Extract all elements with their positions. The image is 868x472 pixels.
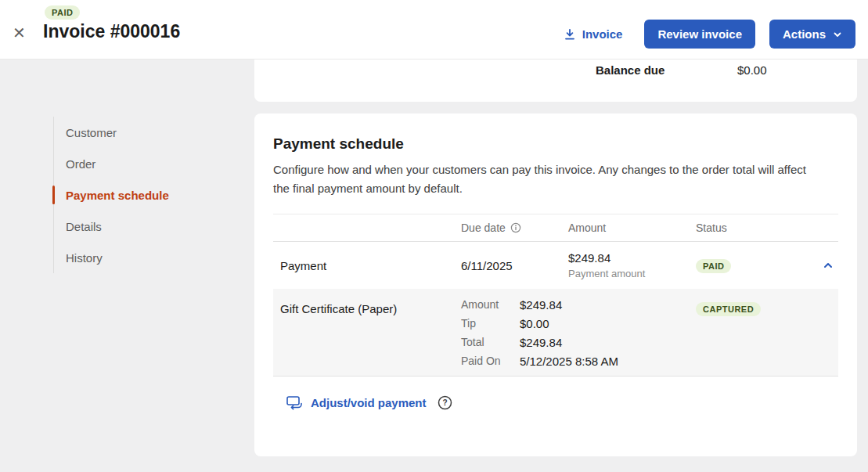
sidebar-item-payment-schedule[interactable]: Payment schedule <box>54 179 241 211</box>
actions-label: Actions <box>783 27 826 41</box>
capture-status-badge: CAPTURED <box>696 302 761 316</box>
payment-amount: $249.84 <box>568 251 696 265</box>
balance-due-label: Balance due <box>596 63 665 77</box>
payment-row[interactable]: Payment 6/11/2025 $249.84 Payment amount… <box>273 242 838 289</box>
detail-row: Tip $0.00 <box>461 314 696 333</box>
payment-status-badge: PAID <box>696 259 731 273</box>
invoice-summary-card: Balance due $0.00 <box>254 59 857 102</box>
payment-schedule-card: Payment schedule Configure how and when … <box>254 113 857 456</box>
adjust-payment-icon <box>286 395 304 410</box>
section-description: Configure how and when your customers ca… <box>273 160 823 198</box>
status-header: Status <box>696 222 815 234</box>
detail-label: Paid On <box>461 355 520 367</box>
detail-row: Total $249.84 <box>461 333 696 351</box>
detail-value: 5/12/2025 8:58 AM <box>520 355 618 368</box>
detail-label: Total <box>461 336 520 348</box>
actions-button[interactable]: Actions <box>769 20 855 49</box>
detail-value: $0.00 <box>520 317 549 330</box>
detail-label: Tip <box>461 317 520 330</box>
detail-row: Paid On 5/12/2025 8:58 AM <box>461 351 696 370</box>
payment-detail-grid: Amount $249.84 Tip $0.00 Total $249.84 P… <box>461 295 696 370</box>
detail-row: Amount $249.84 <box>461 295 696 314</box>
collapse-row-button[interactable] <box>821 258 835 272</box>
detail-value: $249.84 <box>520 298 562 312</box>
help-icon[interactable]: ? <box>438 395 452 410</box>
adjust-void-payment-label: Adjust/void payment <box>311 396 427 409</box>
payment-row-label: Payment <box>273 259 461 272</box>
sidebar-item-order[interactable]: Order <box>54 148 241 179</box>
section-nav: Customer Order Payment schedule Details … <box>53 117 241 273</box>
review-invoice-label: Review invoice <box>657 27 742 41</box>
due-date-header: Due date <box>461 222 506 234</box>
payment-method-label: Gift Certificate (Paper) <box>273 295 461 315</box>
amount-header: Amount <box>568 222 696 234</box>
invoice-status-badge: PAID <box>45 5 80 20</box>
sidebar-item-label: History <box>66 251 103 265</box>
sidebar-item-label: Details <box>66 220 102 233</box>
payment-amount-sub: Payment amount <box>568 268 696 279</box>
detail-label: Amount <box>461 298 520 311</box>
payment-schedule-table: Due date Amount Status Payment 6/11/2025… <box>273 214 838 377</box>
content-area: Balance due $0.00 Customer Order Payment… <box>0 59 868 472</box>
header-actions: Invoice Review invoice Actions <box>564 20 855 49</box>
payment-detail-panel: Gift Certificate (Paper) Amount $249.84 … <box>273 289 838 377</box>
sidebar-item-history[interactable]: History <box>54 242 241 273</box>
download-icon <box>564 28 576 41</box>
page-title: Invoice #000016 <box>43 21 180 42</box>
detail-value: $249.84 <box>520 336 562 349</box>
sidebar-item-label: Order <box>66 157 95 171</box>
download-invoice-link[interactable]: Invoice <box>564 27 623 41</box>
chevron-up-icon <box>823 260 834 271</box>
table-header-row: Due date Amount Status <box>273 214 838 242</box>
adjust-void-payment-link[interactable]: Adjust/void payment ? <box>273 395 838 410</box>
download-invoice-label: Invoice <box>582 27 623 41</box>
balance-due-value: $0.00 <box>737 63 767 77</box>
svg-text:?: ? <box>442 398 447 407</box>
section-title: Payment schedule <box>273 135 838 153</box>
info-icon[interactable] <box>510 222 521 233</box>
close-icon[interactable]: ✕ <box>8 23 31 42</box>
payment-due-date: 6/11/2025 <box>461 259 568 272</box>
sidebar-item-label: Customer <box>66 126 117 139</box>
sidebar-item-customer[interactable]: Customer <box>54 117 241 148</box>
page-header: ✕ PAID Invoice #000016 Invoice Review in… <box>0 0 868 59</box>
sidebar-item-label: Payment schedule <box>66 189 169 202</box>
chevron-down-icon <box>833 30 842 39</box>
review-invoice-button[interactable]: Review invoice <box>644 20 755 49</box>
sidebar-item-details[interactable]: Details <box>54 211 241 242</box>
